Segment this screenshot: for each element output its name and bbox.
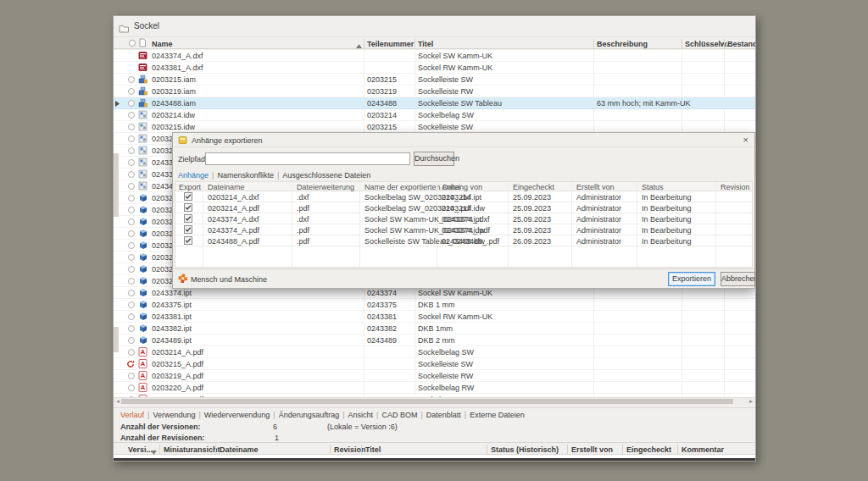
- status-circle-icon: [128, 124, 135, 130]
- tab-cad-bom[interactable]: CAD BOM: [381, 411, 417, 419]
- attachments-column-header[interactable]: Erstellt von: [576, 183, 615, 191]
- attachments-column-header[interactable]: Revision: [721, 183, 750, 191]
- close-icon[interactable]: ×: [743, 135, 748, 145]
- tab-anhänge[interactable]: Anhänge: [178, 171, 209, 180]
- history-column-header[interactable]: Kommentar: [682, 445, 724, 454]
- export-checkbox[interactable]: [184, 192, 192, 202]
- export-checkbox[interactable]: [184, 225, 192, 235]
- pdf-file-icon: A: [138, 371, 147, 382]
- iam-file-icon: [138, 86, 147, 97]
- pdf-file-icon: A: [138, 383, 147, 394]
- tab-externe-dateien[interactable]: Externe Dateien: [470, 411, 525, 419]
- column-header-beschreibung[interactable]: Beschreibung: [597, 40, 648, 48]
- column-header-teilenummer[interactable]: Teilenummer: [367, 40, 414, 48]
- svg-text:A: A: [141, 372, 146, 379]
- cancel-button[interactable]: Abbrechen: [721, 272, 755, 286]
- file-row[interactable]: 0243374_A.dxfSockel SW Kamm-UK: [114, 50, 755, 62]
- tab-separator: |: [420, 411, 422, 419]
- file-name: 0203215_A.pdf: [152, 360, 203, 368]
- export-checkbox[interactable]: [184, 203, 192, 213]
- file-row[interactable]: 0243382.ipt0243382DKB 1mm: [114, 323, 755, 334]
- file-row[interactable]: A0203219_A.pdfSockelleiste RW: [114, 370, 755, 382]
- attachment-eingecheckt: 25.09.2023: [513, 215, 551, 224]
- history-column-header[interactable]: Dateiname: [220, 445, 259, 454]
- tab-änderungsauftrag[interactable]: Änderungsauftrag: [279, 411, 340, 419]
- detail-tabs: Verlauf|Verwendung|Wiederverwendung|Ände…: [120, 411, 525, 419]
- attachments-column-header[interactable]: Dateierweiterung: [297, 183, 354, 191]
- attachments-column-header[interactable]: Anhang von: [442, 183, 482, 191]
- zielpfad-input[interactable]: [205, 152, 410, 165]
- attachments-column-header[interactable]: Dateiname: [208, 183, 245, 191]
- column-header-titel[interactable]: Titel: [418, 40, 433, 48]
- column-header-name[interactable]: Name: [152, 40, 173, 48]
- attachment-row[interactable]: 0243374_A.pdf.pdfSockel SW Kamm-UK_02433…: [175, 224, 752, 235]
- attachment-erstellt-von: Administrator: [576, 193, 621, 202]
- file-row[interactable]: 0243489.ipt0243489DKB 2 mm: [114, 334, 755, 346]
- document-column-header-icon[interactable]: [139, 38, 147, 49]
- file-row[interactable]: 0243374.ipt0243374Sockel SW Kamm-UK: [114, 287, 755, 299]
- tab-verlauf[interactable]: Verlauf: [120, 411, 144, 419]
- file-row[interactable]: 0243381.ipt0243381Sockel RW Kamm-UK: [114, 311, 755, 323]
- tab-separator: |: [198, 411, 200, 419]
- refresh-status-icon: [126, 360, 135, 370]
- file-row[interactable]: A0203220_A.pdfSockelbelag RW: [114, 382, 755, 394]
- attachment-row[interactable]: 0243488_A.pdf.pdfSockelleiste SW Tableau…: [175, 235, 752, 246]
- tab-ausgeschlossene-dateien[interactable]: Ausgeschlossene Dateien: [282, 171, 370, 180]
- status-circle-icon: [128, 349, 135, 356]
- tab-ansicht[interactable]: Ansicht: [348, 411, 374, 419]
- desktop: Sockel Name Teilenummer Titel Beschreibu…: [0, 0, 868, 481]
- history-column-header[interactable]: Eingecheckt: [626, 445, 671, 454]
- attachment-row[interactable]: 0243374_A.dxf.dxfSockel SW Kamm-UK_02433…: [175, 213, 752, 224]
- attachments-table-header: ExportDateinameDateierweiterungName der …: [175, 182, 752, 191]
- history-column-header[interactable]: Versi...: [128, 445, 153, 454]
- file-row[interactable]: 0203219.iam0203219Sockelleiste RW: [114, 86, 755, 97]
- left-scrollbar-thumb[interactable]: [114, 153, 119, 217]
- attachment-dateiname: 0203214_A.dxf: [208, 193, 259, 202]
- file-row[interactable]: 0203214.idw0203214Sockelbelag SW: [114, 109, 755, 121]
- export-button[interactable]: Exportieren: [668, 272, 715, 286]
- history-column-header[interactable]: Erstellt von: [571, 445, 613, 454]
- column-header-bestandsnum[interactable]: Bestandsnum: [727, 40, 756, 48]
- column-header-schluesselw[interactable]: Schlüsselw...: [685, 40, 732, 48]
- ipt-file-icon: [138, 229, 147, 240]
- attachment-row[interactable]: 0203214_A.pdf.pdfSockelbelag SW_0203214_…: [175, 202, 752, 213]
- file-name: 0203220_A.pdf: [152, 384, 203, 392]
- file-row[interactable]: 0203215.iam0203215Sockelleiste SW: [114, 74, 755, 86]
- history-column-header[interactable]: Miniaturansicht: [164, 445, 220, 454]
- status-circle-icon: [128, 266, 135, 273]
- attachments-column-header[interactable]: Status: [642, 183, 664, 191]
- ipt-file-icon: [138, 193, 147, 204]
- dialog-title: Anhänge exportieren: [192, 136, 263, 145]
- tab-datenblatt[interactable]: Datenblatt: [426, 411, 461, 419]
- history-column-header[interactable]: Titel: [365, 445, 381, 454]
- tab-namenskonflikte[interactable]: Namenskonflikte: [217, 171, 274, 180]
- export-attachments-dialog: Anhänge exportieren × Zielpfad Durchsuch…: [172, 132, 755, 289]
- status-circle-icon: [128, 112, 135, 119]
- dialog-titlebar[interactable]: Anhänge exportieren ×: [173, 133, 754, 147]
- file-teilenummer: 0243489: [367, 336, 397, 345]
- browse-button[interactable]: Durchsuchen: [414, 152, 454, 166]
- tab-wiederverwendung[interactable]: Wiederverwendung: [204, 411, 270, 419]
- attachments-column-header[interactable]: Export: [179, 183, 201, 191]
- ipt-file-icon: [138, 240, 147, 252]
- status-column-header-icon[interactable]: [128, 39, 136, 49]
- file-row[interactable]: 0203215.idw0203215Sockelleiste SW: [114, 121, 755, 133]
- file-row[interactable]: 0243381_A.dxfSockel RW Kamm-UK: [114, 62, 755, 74]
- file-row[interactable]: A0203215_A.pdfSockelleiste SW: [114, 358, 755, 370]
- file-teilenummer: 0203215: [367, 75, 397, 84]
- tab-verwendung[interactable]: Verwendung: [153, 411, 195, 419]
- export-checkbox[interactable]: [184, 214, 192, 224]
- file-row[interactable]: A0203214_A.pdfSockelbelag SW: [114, 346, 755, 358]
- file-row[interactable]: 0243488.iam0243488Sockelleiste SW Tablea…: [114, 97, 755, 109]
- attachments-column-header[interactable]: Eingecheckt: [513, 183, 554, 191]
- attachment-dateiname: 0243374_A.pdf: [208, 226, 259, 235]
- file-name: 0243381_A.dxf: [152, 64, 203, 72]
- file-row[interactable]: 0243375.ipt0243375DKB 1 mm: [114, 299, 755, 311]
- attachment-dateiname: 0243374_A.dxf: [208, 215, 259, 224]
- horizontal-scrollbar[interactable]: ◄ ►: [114, 397, 755, 404]
- attachment-row[interactable]: 0203214_A.dxf.dxfSockelbelag SW_0203214_…: [175, 191, 752, 202]
- export-checkbox[interactable]: [184, 236, 192, 246]
- left-scrollbar-thumb[interactable]: [114, 327, 119, 352]
- history-column-header[interactable]: Status (Historisch): [491, 445, 559, 454]
- status-circle-icon: [128, 218, 135, 225]
